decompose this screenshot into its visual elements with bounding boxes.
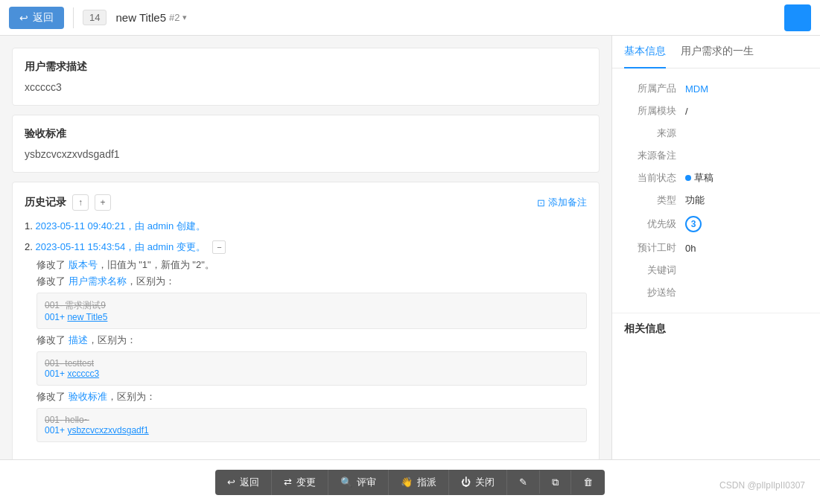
change-desc-field: 描述 (69, 334, 88, 345)
header-id: 14 (83, 10, 107, 25)
info-row-cc: 抄送给 (624, 281, 808, 304)
info-row-priority: 优先级 3 (624, 211, 808, 237)
basic-info-section: 所属产品 MDM 所属模块 / 来源 来源备注 当前状态 草稿 (612, 68, 820, 313)
change-acceptance-suffix: ，区别为： (107, 391, 156, 402)
right-tabs: 基本信息 用户需求的一生 (612, 36, 820, 68)
label-estimate: 预计工时 (624, 241, 676, 255)
label-priority: 优先级 (624, 217, 676, 231)
acceptance-title: 验收标准 (25, 127, 587, 141)
change-desc-prefix: 修改了 (36, 334, 69, 345)
description-title: 用户需求描述 (25, 60, 587, 74)
info-row-source-note: 来源备注 (624, 144, 808, 167)
tab-basic-info[interactable]: 基本信息 (624, 36, 666, 68)
history-header: 历史记录 ↑ + ⊡ 添加备注 (25, 194, 587, 211)
history-add-btn[interactable]: + (95, 194, 111, 211)
back-label: 返回 (33, 11, 54, 25)
diff-desc: 001- testtest 001+ xccccc3 (36, 351, 587, 386)
label-module: 所属模块 (624, 104, 676, 118)
add-note-button[interactable]: ⊡ 添加备注 (537, 196, 587, 209)
history-title-area: 历史记录 ↑ + (25, 194, 111, 211)
change-desc-suffix: ，区别为： (88, 334, 136, 345)
history-item-2: 2. 2023-05-11 15:43:54，由 admin 变更。 − 修改了… (25, 240, 587, 442)
label-source-note: 来源备注 (624, 149, 676, 162)
change-title-prefix: 修改了 (36, 275, 69, 287)
change-acceptance-field: 验收标准 (69, 391, 107, 402)
label-status: 当前状态 (624, 171, 676, 185)
change-title-suffix: ，区别为： (127, 275, 175, 287)
description-section: 用户需求描述 xccccc3 (12, 48, 600, 106)
history-item-2-header: 2. 2023-05-11 15:43:54，由 admin 变更。 − (25, 240, 587, 254)
back-icon: ↩ (19, 12, 28, 24)
main-layout: 用户需求描述 xccccc3 验收标准 ysbzcvcxzxvdsgadf1 历… (0, 36, 820, 459)
info-row-source: 来源 (624, 122, 808, 144)
header-title: new Title5 #2 ▾ (115, 11, 187, 24)
diff-desc-added: 001+ xccccc3 (45, 369, 579, 379)
info-row-estimate: 预计工时 0h (624, 237, 808, 259)
info-row-keywords: 关键词 (624, 259, 808, 281)
change-version-suffix: ，旧值为 "1"，新值为 "2"。 (98, 259, 214, 270)
diff-title-link[interactable]: new Title5 (67, 312, 107, 322)
value-product: MDM (685, 83, 708, 95)
description-content: xccccc3 (25, 81, 587, 93)
priority-badge: 3 (685, 216, 702, 232)
change-title: 修改了 用户需求名称，区别为： (36, 275, 587, 288)
history-up-btn[interactable]: ↑ (72, 194, 89, 211)
chevron-down-icon[interactable]: ▾ (182, 13, 187, 22)
value-module: / (685, 106, 688, 117)
info-row-product: 所属产品 MDM (624, 77, 808, 100)
history-item-1: 1. 2023-05-11 09:40:21，由 admin 创建。 (25, 220, 587, 233)
tab-lifecycle[interactable]: 用户需求的一生 (681, 36, 754, 68)
label-cc: 抄送给 (624, 286, 676, 299)
diff-acceptance-added: 001+ ysbzcvcxzxvdsgadf1 (45, 425, 579, 436)
diff-acceptance-removed: 001- hello~ (45, 415, 579, 425)
diff-desc-removed: 001- testtest (45, 358, 579, 369)
history-title: 历史记录 (25, 196, 66, 209)
diff-title-added: 001+ new Title5 (45, 312, 579, 322)
change-acceptance: 修改了 验收标准，区别为： (36, 390, 587, 403)
diff-title: 001- 需求测试9 001+ new Title5 (36, 293, 587, 329)
diff-acceptance: 001- hello~ 001+ ysbzcvcxzxvdsgadf1 (36, 408, 587, 442)
value-estimate: 0h (685, 243, 696, 254)
add-note-label: 添加备注 (548, 196, 587, 209)
history-num-1: 1. (25, 220, 33, 232)
change-acceptance-prefix: 修改了 (36, 391, 69, 402)
acceptance-section: 验收标准 ysbzcvcxzxvdsgadf1 (12, 115, 600, 173)
collapse-icon[interactable]: − (212, 240, 226, 254)
add-note-icon: ⊡ (537, 197, 545, 208)
history-item-1-text: 2023-05-11 09:40:21，由 admin 创建。 (35, 220, 205, 232)
acceptance-content: ysbzcvcxzxvdsgadf1 (25, 148, 587, 160)
related-title: 相关信息 (624, 322, 808, 336)
diff-acceptance-link[interactable]: ysbzcvcxzxvdsgadf1 (67, 425, 148, 436)
status-dot (685, 175, 691, 181)
header: ↩ 返回 14 new Title5 #2 ▾ (0, 0, 820, 36)
diff-desc-link[interactable]: xccccc3 (67, 369, 99, 379)
diff-title-removed: 001- 需求测试9 (45, 299, 579, 312)
version-text: #2 (169, 12, 179, 23)
change-desc: 修改了 描述，区别为： (36, 334, 587, 347)
related-section: 相关信息 (612, 313, 820, 351)
label-type: 类型 (624, 194, 676, 207)
label-source: 来源 (624, 127, 676, 140)
title-text: new Title5 (115, 11, 166, 24)
header-divider (73, 7, 74, 28)
label-keywords: 关键词 (624, 264, 676, 277)
label-product: 所属产品 (624, 82, 676, 95)
info-row-module: 所属模块 / (624, 100, 808, 122)
value-status: 草稿 (685, 171, 713, 185)
history-section: 历史记录 ↑ + ⊡ 添加备注 1. 2023-05-11 09:40:21，由… (12, 182, 600, 459)
history-item-1-header: 1. 2023-05-11 09:40:21，由 admin 创建。 (25, 220, 587, 233)
history-num-2: 2. (25, 241, 33, 252)
value-type: 功能 (685, 194, 705, 207)
info-row-type: 类型 功能 (624, 189, 808, 211)
right-panel: 基本信息 用户需求的一生 所属产品 MDM 所属模块 / 来源 来源备注 (611, 36, 820, 459)
info-row-status: 当前状态 草稿 (624, 167, 808, 189)
change-version-field: 版本号 (69, 259, 98, 270)
header-right-action[interactable] (784, 4, 811, 31)
left-panel: 用户需求描述 xccccc3 验收标准 ysbzcvcxzxvdsgadf1 历… (0, 36, 611, 459)
change-version: 修改了 版本号，旧值为 "1"，新值为 "2"。 (36, 258, 587, 272)
back-button[interactable]: ↩ 返回 (9, 7, 64, 29)
history-item-2-text: 2023-05-11 15:43:54，由 admin 变更。 (35, 241, 205, 252)
change-version-prefix: 修改了 (36, 259, 69, 270)
change-title-field: 用户需求名称 (69, 275, 127, 287)
